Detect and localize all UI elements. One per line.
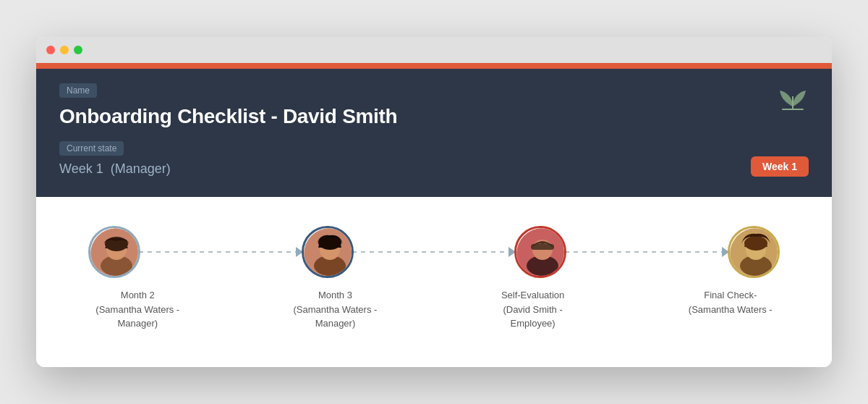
avatar-node-2 (302, 226, 354, 278)
header-section: Name Onboarding Checklist - David Smith … (36, 63, 832, 197)
node-label-1: Month 2 (Samantha Waters - Manager) (88, 288, 187, 331)
node-label-2: Month 3 (Samantha Waters - Manager) (286, 288, 385, 331)
state-week: Week 1 (59, 161, 103, 176)
labels-row: Month 2 (Samantha Waters - Manager) Mont… (59, 288, 809, 331)
avatar-node-3 (514, 226, 566, 278)
avatar-node-1 (88, 226, 140, 278)
current-state-badge: Current state (59, 141, 124, 156)
close-button[interactable] (46, 46, 55, 54)
connector-1-2 (139, 247, 303, 257)
maximize-button[interactable] (74, 46, 82, 54)
minimize-button[interactable] (60, 46, 69, 54)
plant-icon (777, 83, 809, 114)
avatar-node-4 (728, 226, 780, 278)
titlebar (36, 37, 832, 63)
timeline-section: Month 2 (Samantha Waters - Manager) Mont… (36, 197, 832, 367)
week-badge[interactable]: Week 1 (751, 156, 809, 177)
state-sub: (Manager) (111, 161, 171, 176)
node-label-3: Self-Evaluation (David Smith - Employee) (483, 288, 582, 331)
svg-rect-13 (531, 244, 554, 250)
checklist-title: Onboarding Checklist - David Smith (59, 105, 809, 128)
node-label-4: Final Check- (Samantha Waters - (681, 288, 780, 331)
avatars-track (59, 226, 809, 278)
app-window: Name Onboarding Checklist - David Smith … (36, 37, 832, 367)
connector-2-3 (352, 247, 516, 257)
state-value: Week 1 (Manager) (59, 161, 809, 177)
connector-3-4 (565, 247, 729, 257)
name-badge: Name (59, 83, 97, 98)
